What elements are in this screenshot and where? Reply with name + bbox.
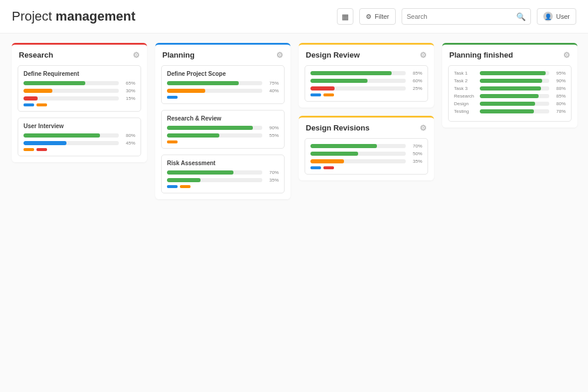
tag-orange (167, 140, 178, 143)
progress-fill (310, 152, 358, 156)
progress-label: Research (454, 93, 476, 99)
progress-fill (167, 178, 201, 182)
task-card[interactable]: Task 195%Task 290%Task 388%Research85%De… (448, 65, 572, 122)
card-tags (167, 140, 279, 143)
progress-percent: 88% (553, 86, 566, 91)
progress-row: 45% (24, 140, 135, 146)
column-group: Planning⚙Define Project Scope75%40%Resea… (155, 43, 290, 383)
kanban-column: Design Revisions⚙70%50%35% (299, 116, 434, 180)
progress-fill (310, 144, 377, 148)
task-card[interactable]: Risk Assessment70%35% (161, 155, 285, 193)
title-light: Project (12, 9, 52, 24)
progress-row: Task 195% (454, 71, 566, 76)
progress-percent: 90% (266, 125, 279, 130)
progress-row: 75% (167, 81, 279, 86)
progress-fill (480, 71, 546, 75)
progress-track (310, 79, 406, 83)
progress-row: Testing78% (454, 109, 566, 114)
progress-track (167, 126, 262, 130)
task-card[interactable]: Research & Review90%55% (161, 110, 285, 149)
card-tags (24, 148, 135, 151)
progress-row: 70% (310, 143, 422, 149)
card-title: Define Project Scope (167, 71, 279, 77)
progress-track (167, 170, 262, 175)
kanban-column: Planning⚙Define Project Scope75%40%Resea… (155, 43, 290, 199)
progress-percent: 30% (122, 88, 135, 93)
column-settings-icon[interactable]: ⚙ (276, 51, 283, 59)
tag-blue (310, 166, 321, 169)
column-title: Research (19, 51, 54, 59)
task-card[interactable]: Define Project Scope75%40% (161, 65, 285, 104)
card-tags (167, 185, 279, 188)
progress-percent: 85% (409, 71, 422, 76)
task-card[interactable]: User Interview80%45% (18, 118, 141, 156)
progress-percent: 60% (409, 78, 422, 83)
progress-row: 30% (24, 88, 135, 93)
progress-track (480, 71, 549, 75)
tag-blue (167, 185, 178, 188)
kanban-column: Research⚙Define Requirement65%30%15%User… (12, 43, 147, 162)
progress-fill (480, 109, 534, 113)
progress-percent: 65% (122, 81, 135, 86)
task-card[interactable]: 85%60%25% (305, 65, 428, 102)
progress-row: Research85% (454, 93, 566, 99)
column-settings-icon[interactable]: ⚙ (133, 51, 140, 59)
search-input[interactable] (407, 13, 513, 20)
progress-fill (24, 133, 100, 138)
tag-red (36, 148, 47, 151)
card-tags (310, 166, 422, 169)
progress-row: 40% (167, 88, 279, 93)
search-field[interactable]: 🔍 (402, 8, 531, 25)
card-tags (310, 93, 422, 96)
title-bold: management (56, 9, 136, 24)
progress-percent: 70% (409, 143, 422, 149)
progress-track (24, 133, 119, 138)
progress-track (24, 89, 119, 93)
filter-button[interactable]: ⚙ Filter (359, 8, 395, 25)
page-title: Project management (12, 9, 135, 24)
progress-row: 90% (167, 125, 279, 130)
header: Project management ▦ ⚙ Filter 🔍 👤 User (0, 0, 588, 33)
card-title: Research & Review (167, 115, 279, 122)
tag-orange (180, 185, 191, 188)
task-card[interactable]: Define Requirement65%30%15% (18, 65, 141, 112)
progress-percent: 90% (553, 78, 566, 83)
progress-label: Task 3 (454, 86, 476, 91)
progress-track (167, 81, 262, 85)
progress-label: Task 1 (454, 71, 476, 76)
progress-fill (167, 126, 253, 130)
progress-track (167, 89, 262, 93)
column-title: Planning (162, 51, 195, 59)
task-card[interactable]: 70%50%35% (305, 138, 428, 175)
progress-fill (24, 96, 38, 100)
progress-fill (24, 141, 66, 145)
progress-percent: 95% (553, 71, 566, 76)
progress-track (310, 71, 406, 75)
column-settings-icon[interactable]: ⚙ (420, 123, 427, 132)
column-settings-icon[interactable]: ⚙ (420, 51, 427, 59)
column-body: Define Requirement65%30%15%User Intervie… (12, 65, 147, 162)
progress-percent: 25% (409, 86, 422, 91)
progress-track (310, 152, 406, 156)
progress-label: Testing (454, 109, 476, 114)
progress-fill (24, 89, 52, 93)
user-menu-button[interactable]: 👤 User (537, 8, 576, 25)
avatar-icon: 👤 (543, 12, 553, 21)
progress-row: Design80% (454, 101, 566, 106)
progress-fill (310, 71, 392, 75)
progress-row: 50% (310, 151, 422, 156)
column-settings-icon[interactable]: ⚙ (563, 51, 570, 59)
grid-view-button[interactable]: ▦ (337, 8, 353, 25)
progress-fill (167, 81, 239, 85)
progress-percent: 70% (266, 170, 279, 175)
progress-row: 35% (167, 177, 279, 183)
column-title: Design Review (306, 51, 360, 59)
kanban-board: Research⚙Define Requirement65%30%15%User… (0, 33, 588, 392)
progress-label: Task 2 (454, 78, 476, 83)
progress-row: 65% (24, 81, 135, 86)
progress-percent: 15% (122, 96, 135, 101)
progress-track (480, 102, 549, 106)
column-body: 85%60%25% (299, 65, 434, 108)
tag-blue (167, 96, 178, 99)
progress-fill (167, 89, 205, 93)
